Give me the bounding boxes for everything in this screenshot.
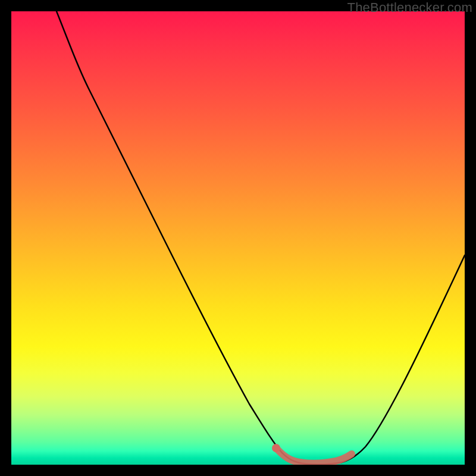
- chart-plot: [11, 11, 465, 465]
- highlight-start-dot: [272, 444, 280, 452]
- optimal-range-highlight: [276, 448, 352, 464]
- watermark-text: TheBottlenecker.com: [347, 0, 472, 15]
- bottleneck-curve: [57, 11, 465, 464]
- chart-frame: [11, 11, 465, 465]
